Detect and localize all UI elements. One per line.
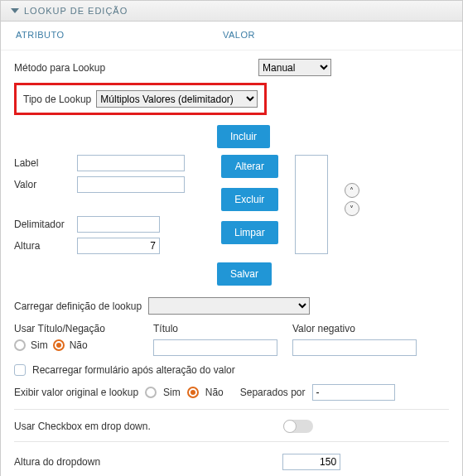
method-label: Método para Lookup: [14, 62, 105, 74]
title-negation-group: Usar Título/Negação Sim Não Título Valor…: [14, 323, 449, 356]
values-listbox[interactable]: [295, 155, 328, 254]
alterar-button[interactable]: Alterar: [221, 155, 278, 178]
use-title-sim-radio[interactable]: [14, 339, 26, 351]
dropdown-height-label: Altura do dropdown: [14, 456, 100, 468]
lookup-type-highlight: Tipo de Lookup Múltiplos Valores (delimi…: [14, 83, 267, 115]
chevron-up-icon: ˄: [350, 186, 354, 195]
panel-header[interactable]: LOOKUP DE EDIÇÃO: [1, 1, 462, 22]
header-attribute: ATRIBUTO: [16, 30, 223, 40]
show-original-nao-radio[interactable]: [187, 387, 199, 398]
neg-input[interactable]: [292, 339, 417, 356]
title-col: Título: [153, 323, 277, 356]
show-original-sim-label: Sim: [163, 387, 181, 398]
action-buttons-column: Alterar Excluir Limpar: [221, 155, 278, 244]
column-headers: ATRIBUTO VALOR: [1, 22, 462, 50]
delim-input[interactable]: [77, 216, 160, 233]
limpar-button[interactable]: Limpar: [221, 221, 278, 244]
method-select[interactable]: Manual: [258, 59, 331, 76]
show-original-row: Exibir valor original e lookup Sim Não S…: [14, 384, 449, 401]
chevron-down-icon: ˅: [350, 204, 354, 214]
reorder-arrows: ˄ ˅: [345, 155, 359, 216]
load-definition-select[interactable]: [148, 297, 310, 315]
valor-field-row: Valor: [14, 176, 205, 193]
dropdown-height-row: Altura do dropdown: [14, 441, 449, 470]
salvar-button[interactable]: Salvar: [217, 262, 272, 286]
use-checkbox-row: Usar Checkbox em drop down.: [14, 409, 449, 433]
use-title-nao-radio[interactable]: [53, 339, 65, 351]
valor-input[interactable]: [77, 176, 185, 193]
panel-title: LOOKUP DE EDIÇÃO: [24, 6, 128, 16]
show-original-label: Exibir valor original e lookup: [14, 387, 138, 398]
lookup-type-label: Tipo de Lookup: [23, 94, 91, 105]
excluir-button[interactable]: Excluir: [221, 188, 278, 211]
neg-col: Valor negativo: [292, 323, 417, 356]
show-original-nao-label: Não: [205, 387, 224, 398]
sep-label: Separados por: [240, 387, 306, 398]
panel-content: Método para Lookup Manual Tipo de Lookup…: [1, 50, 462, 476]
delim-field-label: Delimitador: [14, 219, 72, 230]
move-up-button[interactable]: ˄: [345, 183, 359, 198]
show-original-sim-radio[interactable]: [145, 387, 157, 398]
method-row: Método para Lookup Manual: [14, 59, 449, 76]
delim-field-row: Delimitador: [14, 216, 205, 233]
altura-field-row: Altura: [14, 238, 205, 254]
load-definition-label: Carregar definição de lookup: [14, 301, 142, 312]
use-title-radios: Sim Não: [14, 339, 138, 351]
use-checkbox-label: Usar Checkbox em drop down.: [14, 421, 151, 432]
label-field-label: Label: [14, 157, 72, 169]
move-down-button[interactable]: ˅: [345, 201, 359, 216]
sep-input[interactable]: [312, 384, 395, 401]
neg-label: Valor negativo: [292, 323, 417, 334]
load-definition-row: Carregar definição de lookup: [14, 297, 449, 315]
title-input[interactable]: [153, 339, 277, 356]
altura-input[interactable]: [77, 238, 160, 254]
dropdown-height-input[interactable]: [282, 454, 340, 470]
use-title-sim-label: Sim: [31, 339, 48, 351]
label-input[interactable]: [77, 155, 185, 171]
header-value: VALOR: [223, 30, 447, 40]
label-field-row: Label: [14, 155, 205, 171]
incluir-row: Incluir: [217, 125, 449, 148]
valor-field-label: Valor: [14, 179, 72, 190]
salvar-row: Salvar: [217, 262, 449, 286]
collapse-icon: [11, 8, 19, 13]
incluir-button[interactable]: Incluir: [217, 125, 270, 148]
altura-field-label: Altura: [14, 240, 72, 252]
use-checkbox-toggle[interactable]: [283, 420, 313, 433]
reload-label: Recarregar formulário após alteração do …: [32, 364, 235, 376]
lookup-panel: LOOKUP DE EDIÇÃO ATRIBUTO VALOR Método p…: [0, 0, 463, 476]
values-block: Label Valor Delimitador Altura A: [14, 155, 449, 254]
reload-row: Recarregar formulário após alteração do …: [14, 364, 449, 376]
lookup-type-select[interactable]: Múltiplos Valores (delimitador): [96, 90, 258, 108]
reload-checkbox[interactable]: [14, 364, 26, 376]
use-title-label: Usar Título/Negação: [14, 323, 138, 334]
use-title-nao-label: Não: [70, 339, 88, 351]
fields-column: Label Valor Delimitador Altura: [14, 155, 205, 254]
title-label: Título: [153, 323, 277, 334]
use-title-col: Usar Título/Negação Sim Não: [14, 323, 138, 356]
